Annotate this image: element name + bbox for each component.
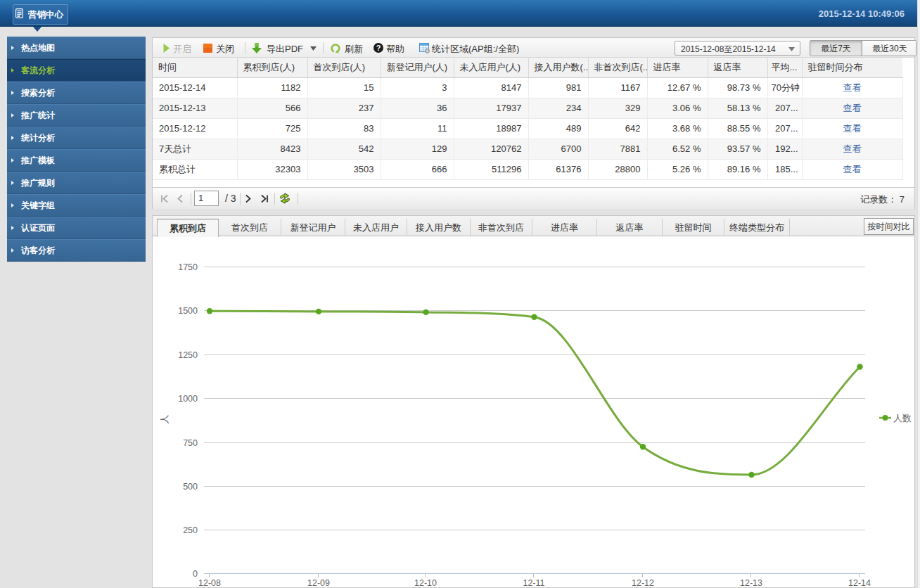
svg-text:12-09: 12-09 [307, 578, 330, 588]
svg-text:750: 750 [183, 438, 198, 448]
svg-text:1250: 1250 [178, 350, 198, 360]
svg-text:12-08: 12-08 [198, 578, 221, 588]
svg-text:12-10: 12-10 [414, 578, 437, 588]
svg-text:12-13: 12-13 [740, 578, 762, 588]
svg-text:1000: 1000 [178, 394, 198, 404]
svg-text:人: 人 [159, 415, 170, 424]
svg-text:0: 0 [193, 569, 198, 579]
svg-text:1750: 1750 [178, 262, 198, 272]
svg-text:1500: 1500 [178, 306, 198, 316]
svg-text:?: ? [376, 44, 381, 52]
svg-text:12-14: 12-14 [848, 578, 871, 588]
svg-text:250: 250 [183, 525, 198, 535]
svg-text:12-11: 12-11 [523, 578, 544, 588]
svg-text:500: 500 [183, 482, 198, 492]
svg-text:人数: 人数 [893, 413, 912, 423]
svg-text:12-12: 12-12 [632, 578, 654, 588]
